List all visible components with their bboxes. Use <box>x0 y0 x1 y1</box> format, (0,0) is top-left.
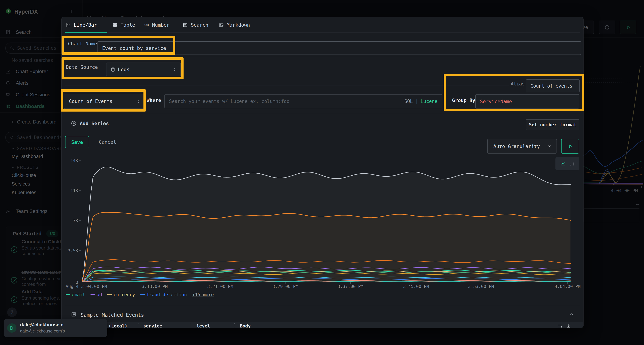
database-icon <box>110 67 116 72</box>
list-icon <box>183 22 188 28</box>
where-search-field[interactable] <box>165 99 442 104</box>
group-by-label: Group By <box>452 98 475 103</box>
legend-swatch <box>140 295 145 295</box>
x-tick-label: 3:45:00 PM <box>396 284 436 289</box>
x-tick-label: 3:29:00 PM <box>266 284 305 289</box>
save-button[interactable]: Save <box>65 136 89 148</box>
column-header-service[interactable]: service <box>143 323 162 328</box>
list-icon <box>71 312 76 317</box>
legend-item-ad[interactable]: ad <box>90 292 102 297</box>
group-by-field[interactable] <box>476 99 579 104</box>
tab-number[interactable]: 123Number <box>144 22 170 28</box>
data-source-select[interactable]: Logs <box>106 62 181 76</box>
tab-markdown[interactable]: Markdown <box>218 22 250 28</box>
y-tick-label: 3.5K <box>68 248 78 253</box>
chevron-down-icon <box>547 144 552 149</box>
divider <box>65 132 580 132</box>
toggle-divider: | <box>415 99 418 104</box>
divider <box>65 114 580 114</box>
active-tab-underline <box>65 32 107 33</box>
main-chart <box>62 155 583 293</box>
y-tick-label: 14K <box>68 158 78 163</box>
run-chart-button[interactable] <box>561 139 579 154</box>
sample-events-title: Sample Matched Events <box>81 312 144 318</box>
user-org: dale@clickhouse.com's <box>20 329 84 334</box>
chart-name-field[interactable] <box>98 45 581 51</box>
legend-item-email[interactable]: email <box>66 292 85 297</box>
alias-field[interactable] <box>526 83 579 89</box>
play-icon <box>568 144 573 149</box>
tab-table[interactable]: Table <box>112 22 135 28</box>
tab-search[interactable]: Search <box>183 22 208 28</box>
events-table-header: Timestamp (Local)servicelevelBody <box>62 322 583 328</box>
legend-more-link[interactable]: +15 more <box>192 292 214 297</box>
tabs-bottom-border <box>65 32 580 33</box>
plus-circle-icon <box>71 120 76 126</box>
group-by-input[interactable] <box>475 94 579 108</box>
aggregation-select[interactable]: Count of Events <box>64 94 144 109</box>
lucene-toggle[interactable]: Lucene <box>420 99 438 104</box>
markdown-icon <box>218 22 224 28</box>
x-tick-label: 4:04:00 PM <box>548 284 584 289</box>
divider <box>65 85 509 85</box>
chart-line-icon <box>66 22 71 28</box>
alias-input[interactable] <box>526 79 580 92</box>
hyperdx-app: My New Dashboard Save 4:04:00 PM HyperDX… <box>0 0 644 345</box>
column-header-body[interactable]: Body <box>240 323 250 328</box>
legend-swatch <box>66 295 70 295</box>
svg-text:123: 123 <box>144 23 149 26</box>
user-avatar: D <box>7 323 16 333</box>
legend-swatch <box>90 295 95 295</box>
chart-name-input[interactable] <box>98 41 581 55</box>
y-tick-label: 11K <box>68 188 78 193</box>
where-label: Where <box>147 98 161 103</box>
select-chevrons-icon <box>173 67 177 72</box>
data-source-label: Data Source <box>66 64 98 70</box>
chart-editor-modal: Line/BarTable123NumberSearchMarkdown Cha… <box>61 17 584 328</box>
column-separator <box>138 323 138 328</box>
alias-label: Alias <box>511 81 525 86</box>
x-tick-label: 3:21:00 PM <box>200 284 240 289</box>
x-tick-label: 3:37:00 PM <box>331 284 370 289</box>
n123-icon: 123 <box>144 22 149 28</box>
x-tick-label: 3:53:00 PM <box>461 284 501 289</box>
column-separator <box>234 323 235 328</box>
download-icon[interactable] <box>566 323 571 328</box>
user-name: dale@clickhouse.c <box>20 322 83 328</box>
granularity-select[interactable]: Auto Granularity <box>487 139 557 154</box>
legend-swatch <box>107 295 112 295</box>
collapse-section-icon[interactable] <box>569 312 574 317</box>
legend-item-currency[interactable]: currency <box>107 292 135 297</box>
select-chevrons-icon <box>136 99 140 104</box>
divider <box>65 57 580 57</box>
x-tick-label: Aug 4 3:04:00 PM <box>66 284 125 289</box>
x-tick-label: 3:13:00 PM <box>135 284 174 289</box>
table-icon <box>112 22 118 28</box>
add-series-button[interactable]: Add Series <box>71 120 109 126</box>
tab-line-bar[interactable]: Line/Bar <box>66 22 97 28</box>
column-header-level[interactable]: level <box>196 323 210 328</box>
set-number-format-button[interactable]: Set number format <box>526 119 580 130</box>
legend-item-fraud-detection[interactable]: fraud-detection <box>140 292 187 297</box>
sql-toggle[interactable]: SQL <box>404 99 413 104</box>
filter-icon[interactable] <box>558 323 563 328</box>
chart-name-label: Chart Name <box>68 41 97 46</box>
divider <box>65 305 580 305</box>
cancel-button[interactable]: Cancel <box>99 139 116 145</box>
where-search-input[interactable]: SQL | Lucene <box>164 94 442 108</box>
column-separator <box>191 323 191 328</box>
user-card[interactable]: D dale@clickhouse.c dale@clickhouse.com'… <box>4 319 107 337</box>
chart-legend: emailadcurrencyfraud-detection+15 more <box>66 292 214 297</box>
y-tick-label: 7K <box>68 218 78 223</box>
